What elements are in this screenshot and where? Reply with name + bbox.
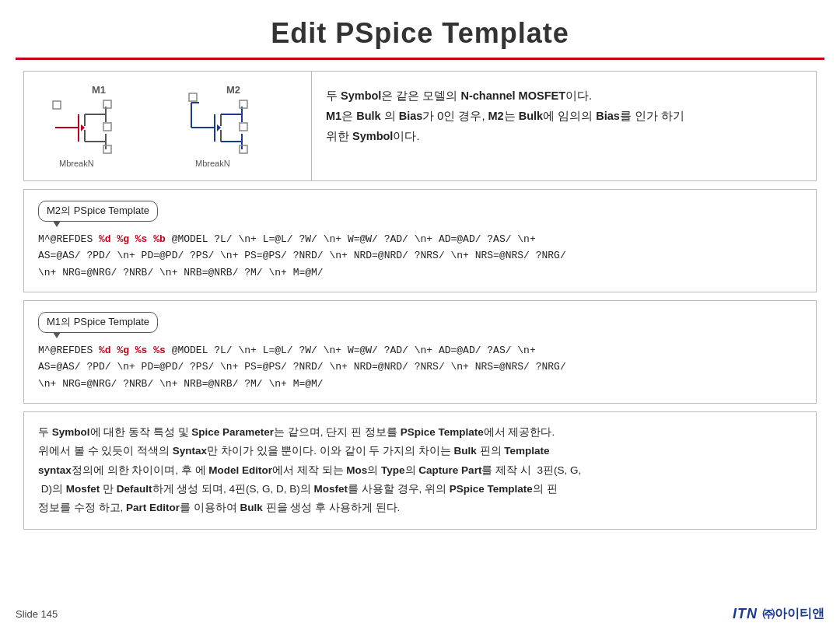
svg-rect-12 xyxy=(103,145,111,153)
bottom-line5: 정보를 수정 하고, Part Editor를 이용하여 Bulk 핀을 생성 … xyxy=(38,499,802,517)
m2-code-prefix: M^@REFDES xyxy=(38,233,99,245)
svg-rect-11 xyxy=(103,100,111,108)
svg-text:M1: M1 xyxy=(92,84,106,96)
top-text-line1: 두 Symbol은 같은 모델의 N-channel MOSFET이다. xyxy=(326,86,802,106)
top-description: 두 Symbol은 같은 모델의 N-channel MOSFET이다. M1은… xyxy=(312,72,816,180)
mosfet-diagram: M1 xyxy=(36,79,300,173)
top-section: M1 xyxy=(23,71,817,181)
page-title: Edit PSpice Template xyxy=(0,0,840,58)
top-text-line2: M1은 Bulk 의 Bias가 0인 경우, M2는 Bulk에 임의의 Bi… xyxy=(326,106,802,126)
bottom-line2: 위에서 볼 수 있듯이 적색의 Syntax만 차이가 있을 뿐이다. 이와 같… xyxy=(38,442,802,460)
m1-template-box: M1의 PSpice Template M^@REFDES %d %g %s %… xyxy=(23,300,817,404)
main-content: M1 xyxy=(0,71,840,530)
top-text-line3: 위한 Symbol이다. xyxy=(326,126,802,146)
m1-code-line3: \n+ NRG=@NRG/ ?NRB/ \n+ NRB=@NRB/ ?M/ \n… xyxy=(38,378,324,390)
svg-text:MbreakN: MbreakN xyxy=(59,159,94,168)
m2-bubble-label: M2의 PSpice Template xyxy=(38,201,802,225)
svg-rect-28 xyxy=(240,100,247,108)
m2-code-line3: \n+ NRG=@NRG/ ?NRB/ \n+ NRB=@NRB/ ?M/ \n… xyxy=(38,267,324,278)
logo-area: ITN ㈜아이티앤 xyxy=(733,606,824,622)
footer: Slide 145 ITN ㈜아이티앤 xyxy=(0,606,840,622)
svg-text:MbreakN: MbreakN xyxy=(195,159,230,168)
svg-rect-13 xyxy=(103,123,111,131)
m2-template-box: M2의 PSpice Template M^@REFDES %d %g %s %… xyxy=(23,189,817,292)
m1-code-prefix: M^@REFDES xyxy=(38,345,99,356)
m2-code-suffix: @MODEL ?L/ \n+ L=@L/ ?W/ \n+ W=@W/ ?AD/ … xyxy=(166,233,536,245)
m1-bubble-label: M1의 PSpice Template xyxy=(38,312,802,336)
m1-code-red: %d %g %s %s xyxy=(99,345,166,356)
svg-text:M2: M2 xyxy=(226,84,240,96)
m1-template-code: M^@REFDES %d %g %s %s @MODEL ?L/ \n+ L=@… xyxy=(38,342,802,392)
logo-company: ㈜아이티앤 xyxy=(762,606,824,622)
logo-itn: ITN xyxy=(733,606,758,622)
m1-template-title: M1의 PSpice Template xyxy=(38,312,158,333)
bottom-line4: D)의 Mosfet 만 Default하게 생성 되며, 4핀(S, G, D… xyxy=(38,480,802,499)
slide-number: Slide 145 xyxy=(16,608,58,620)
svg-rect-29 xyxy=(240,145,247,153)
m2-code-line2: AS=@AS/ ?PD/ \n+ PD=@PD/ ?PS/ \n+ PS=@PS… xyxy=(38,250,566,261)
bottom-description-box: 두 Symbol에 대한 동작 특성 및 Spice Parameter는 같으… xyxy=(23,411,817,529)
diagram-area: M1 xyxy=(24,72,312,180)
bottom-line1: 두 Symbol에 대한 동작 특성 및 Spice Parameter는 같으… xyxy=(38,423,802,442)
bottom-line3: syntax정의에 의한 차이이며, 후 에 Model Editor에서 제작… xyxy=(38,461,802,480)
svg-rect-10 xyxy=(53,101,61,109)
m2-code-red: %d %g %s %b xyxy=(99,233,166,245)
m1-code-line2: AS=@AS/ ?PD/ \n+ PD=@PD/ ?PS/ \n+ PS=@PS… xyxy=(38,361,566,373)
m2-template-code: M^@REFDES %d %g %s %b @MODEL ?L/ \n+ L=@… xyxy=(38,231,802,281)
svg-rect-27 xyxy=(189,93,197,101)
m2-template-title: M2의 PSpice Template xyxy=(38,201,158,222)
decorative-line xyxy=(16,58,824,60)
m1-code-suffix: @MODEL ?L/ \n+ L=@L/ ?W/ \n+ W=@W/ ?AD/ … xyxy=(166,345,536,356)
svg-rect-30 xyxy=(240,123,247,131)
